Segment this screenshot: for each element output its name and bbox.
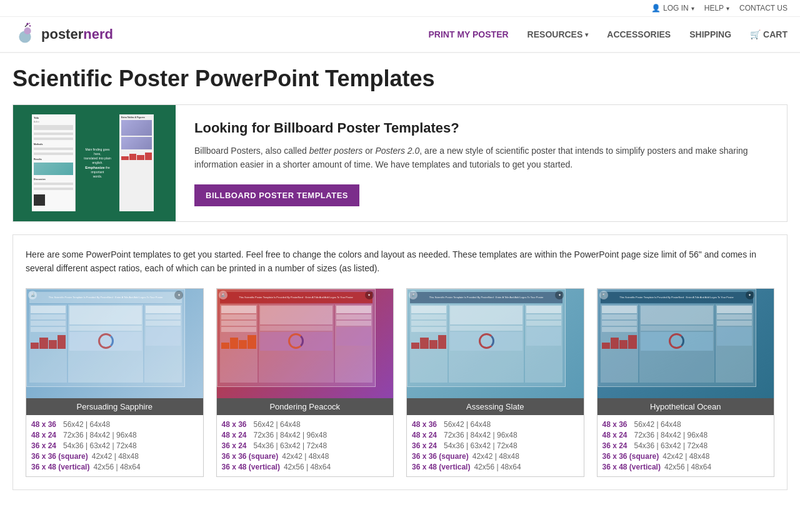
login-dropdown-arrow: ▾ [691,5,694,12]
logo-icon [12,22,38,47]
svg-point-4 [29,25,31,26]
size-row: 48 x 24 72x36 | 84x42 | 96x48 [31,431,198,439]
billboard-banner: Title Author Methods Results Discussion … [12,104,788,222]
size-row: 36 x 36 (square) 42x42 | 48x48 [602,452,769,461]
resources-dropdown-arrow: ▾ [585,31,588,38]
templates-intro: Here are some PowerPoint templates to ge… [26,248,774,276]
size-row: 36 x 48 (vertical) 42x56 | 48x64 [602,463,769,471]
print-my-poster-link[interactable]: PRINT MY POSTER [429,29,509,39]
template-sizes-sapphire: 48 x 36 56x42 | 64x48 48 x 24 72x36 | 84… [26,415,203,476]
page-title: Scientific Poster PowerPoint Templates [12,66,788,92]
template-thumb-sapphire: 🔬 ✦ This Scientific Poster Template Is P… [26,289,203,398]
top-bar: 👤 LOG IN ▾ HELP ▾ CONTACT US [0,0,800,17]
size-row: 36 x 36 (square) 42x42 | 48x48 [222,452,389,461]
size-row: 48 x 36 56x42 | 64x48 [412,420,579,429]
billboard-content: Looking for Billboard Poster Templates? … [176,105,787,221]
template-label-ocean: Hypothetical Ocean [598,398,774,415]
template-thumb-slate: 🔬 ✦ This Scientific Poster Template Is P… [407,289,584,398]
logo[interactable]: posternerd [12,22,113,47]
resources-link[interactable]: RESOURCES ▾ [528,29,589,39]
template-card-sapphire[interactable]: 🔬 ✦ This Scientific Poster Template Is P… [26,288,204,477]
template-sizes-slate: 48 x 36 56x42 | 64x48 48 x 24 72x36 | 84… [407,415,584,476]
size-row: 48 x 36 56x42 | 64x48 [31,420,198,429]
login-link[interactable]: 👤 LOG IN ▾ [651,4,694,13]
size-row: 48 x 24 72x36 | 84x42 | 96x48 [412,431,579,439]
size-row: 36 x 24 54x36 | 63x42 | 72x48 [412,441,579,450]
template-sizes-ocean: 48 x 36 56x42 | 64x48 48 x 24 72x36 | 84… [598,415,774,476]
poster-header: This Scientific Poster Template Is Provi… [410,292,562,303]
billboard-description: Billboard Posters, also called better po… [194,144,768,172]
poster-header: This Scientific Poster Template Is Provi… [601,292,753,303]
poster-icon-tl: 🔬 [409,291,418,299]
logo-text: posternerd [41,26,113,43]
size-row: 36 x 24 54x36 | 63x42 | 72x48 [31,441,198,450]
templates-grid: 🔬 ✦ This Scientific Poster Template Is P… [26,288,774,477]
size-row: 36 x 48 (vertical) 42x56 | 48x64 [222,463,389,471]
billboard-image: Title Author Methods Results Discussion … [13,105,176,221]
poster-icon-tr: ✦ [746,291,754,299]
template-card-peacock[interactable]: 🔬 ✦ This Scientific Poster Template Is P… [216,288,394,477]
shipping-link[interactable]: SHIPPING [689,29,731,39]
size-row: 48 x 24 72x36 | 84x42 | 96x48 [222,431,389,439]
poster-header: This Scientific Poster Template Is Provi… [29,292,182,303]
help-dropdown-arrow: ▾ [726,5,729,12]
size-row: 48 x 36 56x42 | 64x48 [602,420,769,429]
size-row: 36 x 24 54x36 | 63x42 | 72x48 [222,441,389,450]
size-row: 48 x 36 56x42 | 64x48 [222,420,389,429]
template-label-peacock: Pondering Peacock [217,398,394,415]
template-card-slate[interactable]: 🔬 ✦ This Scientific Poster Template Is P… [406,288,584,477]
poster-icon-tr: ✦ [365,291,374,299]
template-label-sapphire: Persuading Sapphire [26,398,203,415]
contact-link[interactable]: CONTACT US [739,4,788,13]
poster-icon-tl: 🔬 [28,291,37,299]
size-row: 36 x 36 (square) 42x42 | 48x48 [412,452,579,461]
poster-right-col: Extra Tables & Figures [119,114,154,211]
poster-center: Main finding goes here,translated into p… [79,121,116,205]
poster-icon-tl: 🔬 [599,291,608,299]
poster-main-text: Main finding goes here,translated into p… [82,148,112,179]
cart-icon: 🛒 [750,29,761,39]
poster-left-col: Title Author Methods Results Discussion [32,114,76,211]
poster-icon-tr: ✦ [174,291,183,299]
size-row: 36 x 36 (square) 42x42 | 48x48 [31,452,198,461]
size-row: 48 x 24 72x36 | 84x42 | 96x48 [602,431,769,439]
login-label: LOG IN [663,4,689,13]
poster-icon-tl: 🔬 [219,291,228,299]
accessories-link[interactable]: ACCESSORIES [607,29,671,39]
size-row: 36 x 48 (vertical) 42x56 | 48x64 [31,463,198,471]
template-thumb-peacock: 🔬 ✦ This Scientific Poster Template Is P… [217,289,394,398]
svg-point-5 [29,23,30,24]
help-label: HELP [704,4,724,13]
user-icon: 👤 [651,4,661,13]
poster-preview-container: Title Author Methods Results Discussion … [32,114,157,211]
cart-link[interactable]: 🛒 CART [750,29,788,39]
poster-icon-tr: ✦ [555,291,564,299]
billboard-poster-templates-button[interactable]: BILLBOARD POSTER TEMPLATES [194,184,359,206]
contact-label: CONTACT US [739,4,788,13]
billboard-title: Looking for Billboard Poster Templates? [194,120,768,136]
template-thumb-ocean: 🔬 ✦ This Scientific Poster Template Is P… [598,289,774,398]
svg-point-3 [26,23,28,25]
poster-header: This Scientific Poster Template Is Provi… [220,292,372,303]
svg-point-1 [24,28,31,34]
template-label-slate: Assessing Slate [407,398,584,415]
template-card-ocean[interactable]: 🔬 ✦ This Scientific Poster Template Is P… [597,288,775,477]
templates-section: Here are some PowerPoint templates to ge… [12,234,788,490]
template-sizes-peacock: 48 x 36 56x42 | 64x48 48 x 24 72x36 | 84… [217,415,394,476]
size-row: 36 x 24 54x36 | 63x42 | 72x48 [602,441,769,450]
page-title-area: Scientific Poster PowerPoint Templates [0,53,800,98]
main-nav: posternerd PRINT MY POSTER RESOURCES ▾ A… [0,17,800,53]
help-link[interactable]: HELP ▾ [704,4,729,13]
size-row: 36 x 48 (vertical) 42x56 | 48x64 [412,463,579,471]
